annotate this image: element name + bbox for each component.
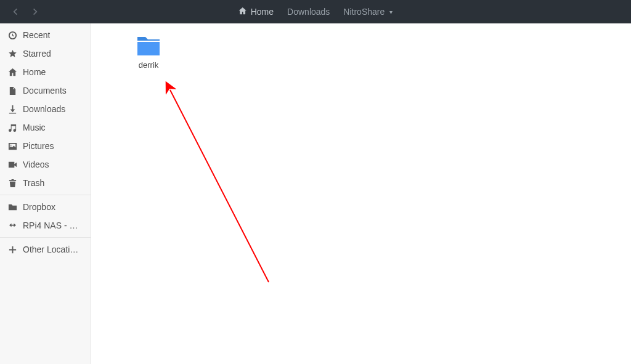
plus-icon <box>7 245 17 254</box>
sidebar-item-music[interactable]: Music <box>0 118 91 137</box>
sidebar-item-home[interactable]: Home <box>0 63 91 81</box>
sidebar-item-recent[interactable]: Recent <box>0 26 91 44</box>
breadcrumb-home[interactable]: Home <box>237 4 275 20</box>
folder-label: derrik <box>139 60 159 70</box>
breadcrumb-item-nitroshare[interactable]: NitroShare ▾ <box>342 4 394 19</box>
star-icon <box>7 49 17 59</box>
sidebar-item-videos[interactable]: Videos <box>0 155 91 174</box>
sidebar-item-label: Videos <box>23 160 49 169</box>
pictures-icon <box>7 141 17 151</box>
breadcrumb-home-label: Home <box>251 7 274 17</box>
sidebar-item-trash[interactable]: Trash <box>0 174 91 192</box>
sidebar-item-label: RPi4 NAS - Me… <box>23 220 83 230</box>
sidebar-item-label: Home <box>23 67 46 77</box>
breadcrumb-item-downloads[interactable]: Downloads <box>286 4 331 19</box>
sidebar-item-other-locations[interactable]: Other Locations <box>0 240 91 259</box>
sidebar-item-label: Other Locations <box>23 245 83 254</box>
home-icon <box>7 67 17 77</box>
sidebar-item-label: Trash <box>23 178 44 188</box>
dropdown-caret-icon: ▾ <box>389 9 393 15</box>
clock-icon <box>7 30 17 40</box>
sidebar-section-places: Recent Starred Home Documents <box>0 23 91 195</box>
content-area[interactable]: derrik <box>91 23 631 364</box>
download-icon <box>7 104 17 114</box>
trash-icon <box>7 178 17 188</box>
sidebar-item-label: Music <box>23 123 46 132</box>
document-icon <box>7 86 17 95</box>
sidebar-item-documents[interactable]: Documents <box>0 81 91 100</box>
breadcrumb: Home Downloads NitroShare ▾ <box>237 4 394 20</box>
home-icon <box>238 7 247 17</box>
sidebar-item-starred[interactable]: Starred <box>0 44 91 63</box>
svg-line-1 <box>170 90 269 282</box>
sidebar-item-network-nas[interactable]: RPi4 NAS - Me… <box>0 216 91 235</box>
video-icon <box>7 160 17 169</box>
sidebar-section-bookmarks: Dropbox RPi4 NAS - Me… <box>0 195 91 237</box>
nav-buttons <box>10 6 41 17</box>
music-icon <box>7 123 17 132</box>
sidebar-item-label: Pictures <box>23 141 54 151</box>
annotation-arrow <box>91 23 631 364</box>
sidebar-item-dropbox[interactable]: Dropbox <box>0 198 91 216</box>
top-bar: Home Downloads NitroShare ▾ <box>0 0 631 23</box>
forward-button[interactable] <box>30 6 41 17</box>
sidebar-section-other: Other Locations <box>0 237 91 261</box>
breadcrumb-label: NitroShare <box>343 7 385 17</box>
sidebar-item-label: Recent <box>23 30 50 40</box>
sidebar-item-downloads[interactable]: Downloads <box>0 100 91 118</box>
sidebar: Recent Starred Home Documents <box>0 23 91 364</box>
network-icon <box>7 220 17 230</box>
breadcrumb-label: Downloads <box>287 7 330 17</box>
svg-rect-0 <box>137 41 160 42</box>
folder-item-derrik[interactable]: derrik <box>121 32 176 73</box>
back-button[interactable] <box>10 6 21 17</box>
sidebar-item-pictures[interactable]: Pictures <box>0 137 91 155</box>
sidebar-item-label: Downloads <box>23 104 65 114</box>
sidebar-item-label: Documents <box>23 86 67 95</box>
sidebar-item-label: Starred <box>23 49 51 59</box>
sidebar-item-label: Dropbox <box>23 202 55 212</box>
folder-icon <box>7 202 17 212</box>
folder-icon <box>136 36 161 57</box>
